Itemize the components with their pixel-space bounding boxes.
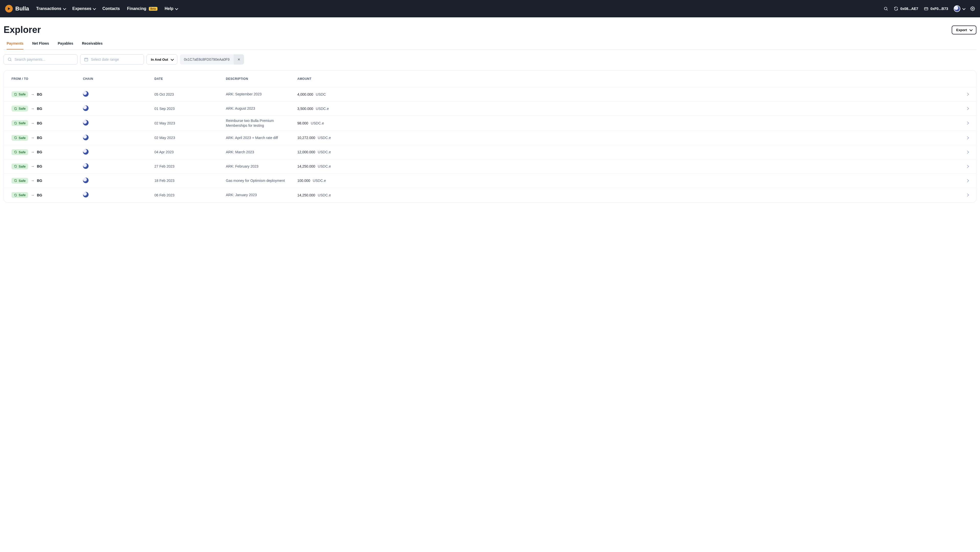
address-filter-text: 0x1C7aE8c8FD0790eAa0F9 bbox=[180, 54, 234, 65]
beta-badge: Beta bbox=[149, 7, 158, 11]
arrow-right-icon: → bbox=[30, 92, 34, 97]
nav-transactions[interactable]: Transactions bbox=[36, 6, 65, 11]
amount-token: USDC bbox=[316, 92, 326, 97]
table-row[interactable]: Safe → BG 27 Feb 2023 ARK: February 2023… bbox=[4, 159, 976, 174]
chain-icon bbox=[83, 91, 89, 97]
payments-table: FROM / TO CHAIN DATE DESCRIPTION AMOUNT … bbox=[3, 70, 977, 203]
search-icon[interactable] bbox=[883, 6, 888, 11]
search-icon bbox=[7, 57, 12, 62]
page-header: Explorer Export bbox=[3, 24, 977, 40]
description-cell: Reimburse two Bulla Premium Memberships … bbox=[226, 116, 298, 131]
wallet-address: 0xF0...B73 bbox=[931, 6, 948, 11]
chevron-down-icon bbox=[969, 28, 972, 32]
nav-links: Transactions Expenses Contacts Financing… bbox=[36, 6, 177, 11]
close-icon bbox=[237, 58, 240, 61]
chain-icon bbox=[83, 163, 89, 169]
address-filter-chip: 0x1C7aE8c8FD0790eAa0F9 bbox=[180, 54, 244, 65]
direction-filter[interactable]: In And Out bbox=[146, 54, 177, 65]
arrow-right-icon: → bbox=[30, 164, 34, 168]
chain-cell bbox=[83, 120, 154, 126]
to-label: BG bbox=[37, 106, 42, 111]
search-input-wrap[interactable] bbox=[3, 54, 78, 65]
svg-line-1 bbox=[886, 10, 887, 10]
table-row[interactable]: Safe → BG 18 Feb 2023 Gas money for Opti… bbox=[4, 174, 976, 188]
nav-contacts[interactable]: Contacts bbox=[102, 6, 120, 11]
chain-cell bbox=[83, 149, 154, 155]
amount-value: 4,000.000 bbox=[298, 92, 313, 97]
chevron-right-icon bbox=[958, 137, 969, 139]
amount-value: 12,000.000 bbox=[298, 150, 315, 154]
tabs: Payments Net Flows Payables Receivables bbox=[3, 40, 977, 50]
arrow-right-icon: → bbox=[30, 136, 34, 140]
amount-cell: 100.000 USDC.e bbox=[298, 179, 958, 182]
to-label: BG bbox=[37, 150, 42, 154]
svg-line-6 bbox=[11, 60, 11, 61]
table-row[interactable]: Safe → BG 05 Oct 2023 ARK: September 202… bbox=[4, 87, 976, 102]
date-range-input[interactable] bbox=[91, 57, 140, 62]
tab-net-flows[interactable]: Net Flows bbox=[32, 40, 49, 49]
filters-row: In And Out 0x1C7aE8c8FD0790eAa0F9 bbox=[3, 50, 977, 70]
refresh-icon bbox=[14, 136, 17, 139]
nav-help[interactable]: Help bbox=[165, 6, 177, 11]
amount-value: 3,500.000 bbox=[298, 106, 313, 111]
col-chain: CHAIN bbox=[83, 77, 154, 81]
tab-receivables[interactable]: Receivables bbox=[82, 40, 103, 49]
safe-badge: Safe bbox=[11, 163, 28, 170]
table-row[interactable]: Safe → BG 02 May 2023 Reimburse two Bull… bbox=[4, 116, 976, 131]
safe-badge: Safe bbox=[11, 178, 28, 184]
nav-financing[interactable]: Financing Beta bbox=[127, 6, 158, 11]
play-icon bbox=[7, 6, 11, 11]
refresh-icon bbox=[14, 151, 17, 154]
description-cell: ARK: March 2023 bbox=[226, 147, 298, 157]
table-header: FROM / TO CHAIN DATE DESCRIPTION AMOUNT bbox=[4, 70, 976, 87]
date-cell: 06 Feb 2023 bbox=[154, 193, 226, 197]
gear-icon[interactable] bbox=[970, 6, 975, 11]
date-range-input-wrap[interactable] bbox=[80, 54, 144, 65]
table-row[interactable]: Safe → BG 01 Sep 2023 ARK: August 2023 3… bbox=[4, 102, 976, 116]
account-switcher[interactable]: 0x08...AE7 bbox=[894, 6, 918, 11]
brand-logo-icon bbox=[5, 5, 13, 13]
table-row[interactable]: Safe → BG 04 Apr 2023 ARK: March 2023 12… bbox=[4, 145, 976, 159]
chain-icon bbox=[83, 120, 89, 125]
nav-expenses[interactable]: Expenses bbox=[73, 6, 95, 11]
tab-payments[interactable]: Payments bbox=[6, 40, 24, 49]
from-to-cell: Safe → BG bbox=[11, 163, 83, 170]
from-to-cell: Safe → BG bbox=[11, 149, 83, 155]
address-filter-remove[interactable] bbox=[234, 54, 244, 65]
export-button[interactable]: Export bbox=[952, 25, 977, 35]
safe-badge: Safe bbox=[11, 91, 28, 97]
description-cell: ARK: April 2023 + March rate diff bbox=[226, 133, 298, 143]
table-row[interactable]: Safe → BG 06 Feb 2023 ARK: January 2023 … bbox=[4, 188, 976, 202]
date-cell: 04 Apr 2023 bbox=[154, 150, 226, 154]
calendar-icon bbox=[84, 57, 88, 62]
col-description: DESCRIPTION bbox=[226, 77, 298, 81]
network-icon bbox=[954, 5, 960, 12]
chevron-right-icon bbox=[958, 179, 969, 182]
refresh-icon bbox=[14, 179, 17, 182]
tab-payables[interactable]: Payables bbox=[58, 40, 73, 49]
network-selector[interactable] bbox=[954, 5, 965, 12]
amount-token: USDC.e bbox=[318, 164, 331, 168]
page-title: Explorer bbox=[3, 24, 41, 35]
amount-value: 10,272.000 bbox=[298, 136, 315, 140]
amount-token: USDC.e bbox=[318, 136, 331, 140]
chain-cell bbox=[83, 178, 154, 184]
refresh-icon bbox=[14, 107, 17, 110]
table-body: Safe → BG 05 Oct 2023 ARK: September 202… bbox=[4, 87, 976, 202]
search-input[interactable] bbox=[14, 57, 65, 62]
amount-token: USDC.e bbox=[318, 193, 331, 197]
from-to-cell: Safe → BG bbox=[11, 91, 83, 97]
table-row[interactable]: Safe → BG 02 May 2023 ARK: April 2023 + … bbox=[4, 131, 976, 145]
brand[interactable]: Bulla bbox=[5, 5, 29, 13]
wallet-icon bbox=[924, 6, 928, 11]
top-nav: Bulla Transactions Expenses Contacts Fin… bbox=[0, 0, 980, 17]
col-amount: AMOUNT bbox=[298, 77, 958, 81]
chain-cell bbox=[83, 192, 154, 198]
chevron-right-icon bbox=[958, 107, 969, 110]
brand-name: Bulla bbox=[15, 5, 29, 12]
wallet-switcher[interactable]: 0xF0...B73 bbox=[924, 6, 948, 11]
refresh-icon bbox=[14, 165, 17, 168]
refresh-icon bbox=[14, 93, 17, 96]
amount-value: 14,250.000 bbox=[298, 193, 315, 197]
refresh-icon bbox=[894, 6, 898, 11]
